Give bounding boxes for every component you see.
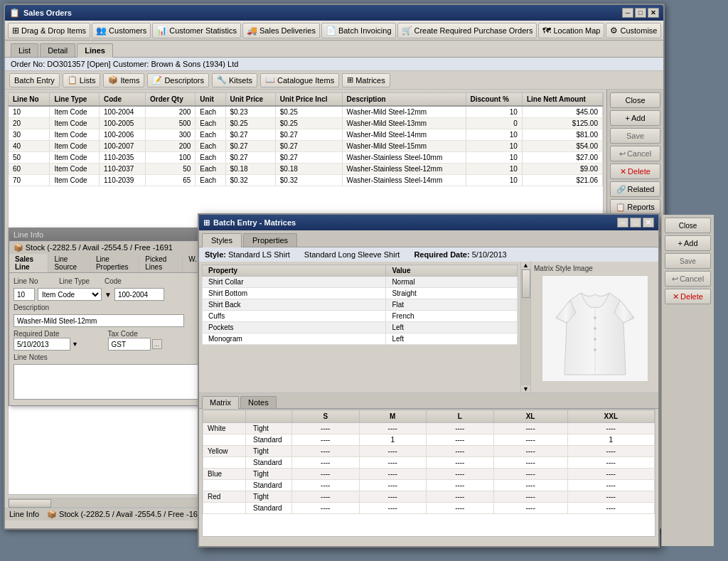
minimize-button[interactable]: ─	[622, 8, 633, 18]
matrix-xxl-cell[interactable]: ----	[567, 503, 654, 514]
dialog-maximize-btn[interactable]: □	[630, 218, 641, 228]
matrix-row[interactable]: Standard--------------------	[203, 480, 655, 491]
dialog-tab-properties[interactable]: Properties	[243, 233, 297, 247]
kitsets-button[interactable]: 🔧 Kitsets	[212, 73, 257, 87]
matrix-xl-cell[interactable]: ----	[493, 480, 567, 491]
matrix-s-cell[interactable]: ----	[292, 446, 360, 457]
dialog-minimize-btn[interactable]: ─	[617, 218, 628, 228]
dialog-close-btn[interactable]: ✕	[643, 218, 654, 228]
tax-code-input[interactable]	[108, 338, 151, 351]
matrix-l-cell[interactable]: ----	[427, 491, 494, 503]
batch-entry-button[interactable]: Batch Entry	[9, 73, 60, 87]
required-date-input[interactable]	[14, 338, 70, 351]
table-row[interactable]: 50Item Code110-2035100Each$0.27$0.27Wash…	[9, 152, 603, 164]
tab-line-properties[interactable]: Line Properties	[90, 254, 139, 272]
matrix-s-cell[interactable]: ----	[292, 480, 360, 491]
matrix-xxl-cell[interactable]: 1	[567, 434, 654, 446]
add-button[interactable]: + Add	[610, 110, 660, 126]
code-input[interactable]: 100-2004	[114, 288, 164, 301]
matrix-row[interactable]: BlueTight--------------------	[203, 469, 655, 480]
maximize-button[interactable]: □	[635, 8, 646, 18]
table-row[interactable]: 20Item Code100-2005500Each$0.25$0.25Wash…	[9, 118, 603, 129]
dialog-add-btn[interactable]: + Add	[665, 235, 711, 251]
matrix-tab-matrix[interactable]: Matrix	[202, 396, 239, 409]
h-scrollbar-thumb[interactable]	[9, 499, 51, 508]
tab-picked-lines[interactable]: Picked Lines	[139, 254, 183, 272]
matrix-xxl-cell[interactable]: ----	[567, 457, 654, 469]
customise-button[interactable]: ⚙ Customise	[606, 23, 661, 38]
matrix-row[interactable]: Standard--------------------	[203, 503, 655, 514]
matrix-s-cell[interactable]: ----	[292, 434, 360, 446]
table-row[interactable]: 30Item Code100-2006300Each$0.27$0.27Wash…	[9, 129, 603, 141]
tab-list[interactable]: List	[11, 43, 38, 57]
matrix-tab-notes[interactable]: Notes	[240, 396, 277, 408]
matrix-l-cell[interactable]: ----	[427, 434, 494, 446]
scroll-up-btn[interactable]: ▲	[521, 262, 530, 269]
matrix-xl-cell[interactable]: ----	[493, 469, 567, 480]
matrix-l-cell[interactable]: ----	[427, 503, 494, 514]
table-row[interactable]: 40Item Code100-2007200Each$0.27$0.27Wash…	[9, 141, 603, 152]
dialog-save-btn[interactable]: Save	[665, 253, 711, 269]
table-row[interactable]: 60Item Code110-203750Each$0.18$0.18Washe…	[9, 164, 603, 175]
matrix-s-cell[interactable]: ----	[292, 491, 360, 503]
matrix-row[interactable]: Standard----1--------1	[203, 434, 655, 446]
matrix-m-cell[interactable]: ----	[359, 423, 427, 434]
matrix-l-cell[interactable]: ----	[427, 423, 494, 434]
line-no-input[interactable]: 10	[14, 288, 35, 301]
matrix-l-cell[interactable]: ----	[427, 457, 494, 469]
date-picker-icon[interactable]: ▼	[72, 341, 78, 348]
items-button[interactable]: 📦 Items	[103, 73, 144, 87]
catalogue-items-button[interactable]: 📖 Catalogue Items	[260, 73, 339, 87]
line-type-select[interactable]: Item Code	[38, 288, 102, 301]
related-button[interactable]: 🔗 Related	[610, 181, 660, 197]
matrix-xxl-cell[interactable]: ----	[567, 480, 654, 491]
matrix-row[interactable]: RedTight--------------------	[203, 491, 655, 503]
matrix-table-container[interactable]: S M L XL XXL WhiteTight-----------------…	[202, 409, 655, 537]
matrix-m-cell[interactable]: ----	[359, 457, 427, 469]
matrix-l-cell[interactable]: ----	[427, 446, 494, 457]
matrix-xxl-cell[interactable]: ----	[567, 469, 654, 480]
cancel-button[interactable]: ↩ Cancel	[610, 146, 660, 161]
dialog-close-sidebar-btn[interactable]: Close	[665, 218, 711, 233]
matrix-s-cell[interactable]: ----	[292, 423, 360, 434]
scroll-down-btn[interactable]: ▼	[521, 385, 530, 392]
matrix-m-cell[interactable]: ----	[359, 446, 427, 457]
descriptors-button[interactable]: 📝 Descriptors	[147, 73, 209, 87]
dialog-tab-styles[interactable]: Styles	[202, 233, 242, 247]
matrix-m-cell[interactable]: ----	[359, 503, 427, 514]
matrix-xl-cell[interactable]: ----	[493, 434, 567, 446]
matrix-row[interactable]: WhiteTight--------------------	[203, 423, 655, 434]
tab-line-source[interactable]: Line Source	[48, 254, 90, 272]
matrix-row[interactable]: Standard--------------------	[203, 457, 655, 469]
reports-button[interactable]: 📋 Reports	[610, 199, 660, 215]
matrix-s-cell[interactable]: ----	[292, 469, 360, 480]
matrix-xl-cell[interactable]: ----	[493, 457, 567, 469]
matrix-row[interactable]: YellowTight--------------------	[203, 446, 655, 457]
matrix-m-cell[interactable]: ----	[359, 469, 427, 480]
matrix-m-cell[interactable]: 1	[359, 434, 427, 446]
tax-code-button[interactable]: …	[152, 339, 162, 349]
save-button[interactable]: Save	[610, 128, 660, 144]
lists-button[interactable]: 📋 Lists	[63, 73, 101, 87]
matrix-s-cell[interactable]: ----	[292, 503, 360, 514]
description-input[interactable]: Washer-Mild Steel-12mm	[14, 314, 184, 327]
matrix-s-cell[interactable]: ----	[292, 457, 360, 469]
matrix-m-cell[interactable]: ----	[359, 491, 427, 503]
matrix-xxl-cell[interactable]: ----	[567, 491, 654, 503]
matrix-xxl-cell[interactable]: ----	[567, 446, 654, 457]
matrix-xl-cell[interactable]: ----	[493, 446, 567, 457]
dialog-cancel-btn[interactable]: ↩ Cancel	[665, 271, 711, 287]
matrix-xxl-cell[interactable]: ----	[567, 423, 654, 434]
sales-deliveries-button[interactable]: 🚚 Sales Deliveries	[242, 23, 320, 38]
tab-detail[interactable]: Detail	[40, 43, 75, 57]
matrices-button[interactable]: ⊞ Matrices	[342, 73, 390, 87]
matrix-m-cell[interactable]: ----	[359, 480, 427, 491]
create-purchase-orders-button[interactable]: 🛒 Create Required Purchase Orders	[397, 23, 537, 38]
batch-invoicing-button[interactable]: 📄 Batch Invoicing	[321, 23, 396, 38]
customer-stats-button[interactable]: 📊 Customer Statistics	[152, 23, 241, 38]
close-window-button[interactable]: ✕	[648, 8, 659, 18]
table-row[interactable]: 70Item Code110-203965Each$0.32$0.32Washe…	[9, 175, 603, 186]
close-button[interactable]: Close	[610, 92, 660, 108]
tab-sales-line[interactable]: Sales Line	[9, 254, 48, 272]
dialog-delete-btn[interactable]: ✕ Delete	[665, 289, 711, 304]
